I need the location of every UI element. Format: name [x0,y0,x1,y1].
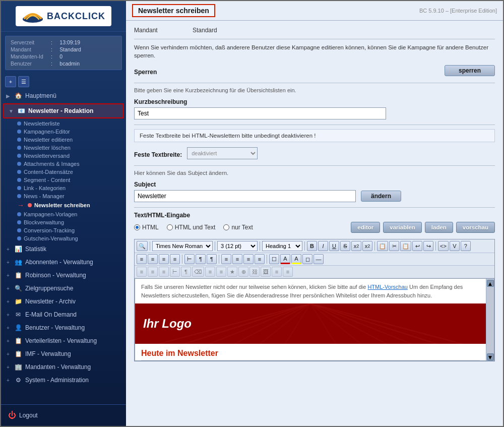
sidebar-item-newsletter-redaktion[interactable]: ▼ 📧 Newsletter - Redaktion [3,103,124,118]
disabled-btn-1[interactable]: ≡ [137,267,147,277]
align-left-btn[interactable]: ≡ [137,254,147,264]
sidebar-item-segment-content[interactable]: Segment - Content [15,176,126,184]
disabled-btn-10[interactable]: ⊕ [238,267,248,277]
sidebar-item-newsletter-archiv[interactable]: + 📁 Newsletter - Archiv [1,295,126,308]
scroll-down-btn[interactable]: ▼ [487,353,494,360]
indent-btn[interactable]: ≡ [243,254,254,264]
ul-btn[interactable]: ≡ [221,254,231,264]
superscript-btn[interactable]: x2 [362,241,372,251]
sidebar-item-blockverwaltung[interactable]: Blockverwaltung [15,218,126,226]
sidebar-item-newsletter-editieren[interactable]: Newsletter editieren [15,136,126,144]
subject-change-button[interactable]: ändern [361,191,401,202]
grid-button[interactable]: ☰ [18,76,29,87]
ol-btn[interactable]: ≡ [232,254,242,264]
disabled-btn-4[interactable]: ⊢ [170,267,180,277]
table-btn[interactable]: ☐ [269,254,279,264]
strikethrough-btn[interactable]: S [340,241,350,251]
italic-btn[interactable]: I [318,241,328,251]
sidebar-item-robinson[interactable]: + 📋 Robinson - Verwaltung [1,269,126,282]
sidebar-item-link-kategorien[interactable]: Link - Kategorien [15,184,126,192]
sperren-button[interactable]: sperren [445,65,495,76]
sidebar-item-newsletter-loeschen[interactable]: Newsletter löschen [15,144,126,152]
sidebar-item-attachments[interactable]: Attachments & Images [15,160,126,168]
align-center-btn[interactable]: ≡ [148,254,158,264]
disabled-btn-9[interactable]: ★ [227,267,237,277]
sidebar-item-zielgruppensuche[interactable]: + 🔍 Zielgruppensuche [1,282,126,295]
editor-main[interactable]: Falls Sie unseren Newsletter nicht oder … [135,279,486,360]
cut-btn[interactable]: ✂ [389,241,399,251]
feste-textbreite-select[interactable]: deaktiviert aktiviert [187,147,258,159]
font-family-select[interactable]: Times New Roman Arial Courier New [152,241,213,251]
radio-html[interactable]: HTML [134,224,159,231]
sidebar-item-content-datensaetze[interactable]: Content-Datensätze [15,168,126,176]
font-size-select[interactable]: 3 (12 pt) 1 (8 pt) 2 (10 pt) 4 (14 pt) [217,241,258,251]
pilcrow2-btn[interactable]: ¶ [207,254,217,264]
dot-icon [17,130,21,134]
paste-btn[interactable]: 📋 [400,241,411,251]
editor-scrollbar[interactable]: ▲ ▼ [486,279,494,360]
disabled-btn-12[interactable]: 🖼 [261,267,271,277]
sidebar-item-kampagnen-vorlagen[interactable]: Kampagnen-Vorlagen [15,210,126,218]
border-btn[interactable]: ◻ [302,254,312,264]
laden-btn[interactable]: laden [425,222,453,233]
variablen-btn[interactable]: variablen [383,222,422,233]
sidebar-item-email-on-demand[interactable]: + ✉ E-Mail On Demand [1,308,126,321]
underline-btn[interactable]: U [329,241,339,251]
pilcrow-btn[interactable]: ¶ [196,254,206,264]
sidebar-item-kampagnen-editor[interactable]: Kampagnen-Editor [15,128,126,136]
radio-nur-text[interactable]: nur Text [223,224,253,231]
disabled-btn-3[interactable]: ≡ [159,267,169,277]
sidebar-item-newsletterversand[interactable]: Newsletterversand [15,152,126,160]
sidebar-item-statistik[interactable]: + 📊 Statistik [1,242,126,256]
disabled-btn-5[interactable]: ¶ [181,267,191,277]
sidebar-item-news-manager[interactable]: News - Manager [15,192,126,200]
color-btn[interactable]: A [280,254,290,264]
logo-text: BACKCLICK [47,11,105,22]
sidebar-item-gutschein-verwaltung[interactable]: Gutschein-Verwaltung [15,234,126,242]
source-btn[interactable]: <> [438,241,449,251]
scroll-up-btn[interactable]: ▲ [487,280,494,287]
toolbar-search-btn[interactable]: 🔍 [137,241,148,251]
hr-btn[interactable]: — [313,254,324,264]
bold-btn[interactable]: B [307,241,317,251]
sidebar-item-newsletterliste[interactable]: Newsletterliste [15,119,126,128]
align-right-btn[interactable]: ≡ [159,254,169,264]
disabled-btn-2[interactable]: ≡ [148,267,158,277]
sidebar-item-verteilerlisten[interactable]: + 📋 Verteilerlisten - Verwaltung [1,334,126,347]
sidebar-item-system-administration[interactable]: + ⚙ System - Administration [1,374,126,387]
disabled-btn-8[interactable]: ≡ [216,267,226,277]
disabled-btn-6[interactable]: ⌫ [192,267,204,277]
kurzbeschreibung-input[interactable] [134,107,386,119]
vorschau-btn[interactable]: vorschau [456,222,495,233]
sidebar-item-imf[interactable]: + 📋 IMF - Verwaltung [1,347,126,360]
outdent-btn[interactable]: ⊢ [184,254,195,264]
help-btn[interactable]: ? [461,241,471,251]
visual-btn[interactable]: V [450,241,460,251]
add-button[interactable]: + [5,76,16,87]
redo-btn[interactable]: ↪ [423,241,433,251]
sidebar-item-benutzer[interactable]: + 👤 Benutzer - Verwaltung [1,321,126,334]
bg-color-btn[interactable]: A [291,254,301,264]
editor-btn[interactable]: editor [351,222,380,233]
copy-btn[interactable]: 📋 [377,241,388,251]
subscript-btn[interactable]: x2 [351,241,361,251]
sidebar-item-hauptmenu[interactable]: ▶ 🏠 Hauptmenü [1,89,126,102]
outdent2-btn[interactable]: ≡ [255,254,265,264]
undo-btn[interactable]: ↩ [412,241,422,251]
radio-nur-text-btn [223,224,229,230]
disabled-btn-7[interactable]: ≡ [205,267,215,277]
sidebar-item-mandanten[interactable]: + 🏢 Mandanten - Verwaltung [1,360,126,374]
sidebar-item-newsletter-schreiben[interactable]: → Newsletter schreiben [15,200,126,210]
radio-html-text[interactable]: HTML und Text [167,224,216,231]
logout-button[interactable]: ⏻ Logout [5,409,122,422]
newsletter-sub-items: Newsletterliste Kampagnen-Editor Newslet… [1,119,126,242]
align-justify-btn[interactable]: ≡ [170,254,180,264]
disabled-btn-14[interactable]: ≡ [283,267,293,277]
sidebar-item-abonnenten[interactable]: + 👥 Abonnenten - Verwaltung [1,256,126,269]
preview-html-link[interactable]: HTML-Vorschau [367,284,407,290]
disabled-btn-11[interactable]: ⛓ [249,267,260,277]
disabled-btn-13[interactable]: ≡ [272,267,282,277]
heading-select[interactable]: Heading 1 Heading 2 Heading 3 Paragraph [262,241,302,251]
sidebar-item-conversion-tracking[interactable]: Conversion-Tracking [15,226,126,234]
subject-input[interactable] [134,190,356,202]
